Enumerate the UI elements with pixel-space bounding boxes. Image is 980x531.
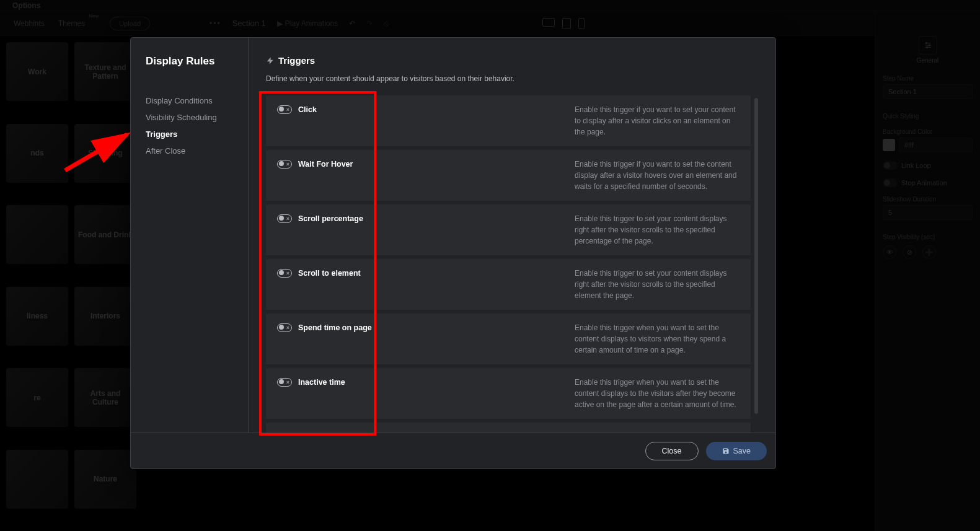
close-button[interactable]: Close — [645, 442, 699, 460]
trigger-row-scroll-to-element: × Scroll to element Enable this trigger … — [266, 259, 751, 310]
trigger-name: Wait For Hover — [298, 160, 353, 169]
scrollbar[interactable] — [754, 98, 758, 414]
triggers-heading-text: Triggers — [278, 55, 315, 66]
nav-triggers[interactable]: Triggers — [146, 126, 233, 143]
modal-title: Display Rules — [146, 55, 233, 68]
save-label: Save — [733, 447, 751, 455]
nav-after-close[interactable]: After Close — [146, 143, 233, 159]
trigger-desc: Enable this trigger if you want to set t… — [575, 159, 739, 192]
modal-overlay: Display Rules Display Conditions Visibil… — [0, 0, 980, 531]
modal-content: Triggers Define when your content should… — [249, 38, 775, 432]
toggle-spend-time-on-page[interactable]: × — [277, 323, 292, 332]
toggle-inactive-time[interactable]: × — [277, 378, 292, 387]
trigger-row-wait-for-hover: × Wait For Hover Enable this trigger if … — [266, 150, 751, 201]
modal-footer: Close Save — [131, 432, 775, 468]
nav-display-conditions[interactable]: Display Conditions — [146, 92, 233, 109]
trigger-desc: Enable this trigger when you want to set… — [575, 322, 739, 356]
toggle-scroll-to-element[interactable]: × — [277, 269, 292, 278]
trigger-desc: Enable this trigger to set your content … — [575, 213, 739, 247]
trigger-row-click: × Click Enable this trigger if you want … — [266, 95, 751, 146]
nav-visibility-scheduling[interactable]: Visibility Scheduling — [146, 109, 233, 126]
trigger-row-scroll-percentage: × Scroll percentage Enable this trigger … — [266, 204, 751, 255]
save-button[interactable]: Save — [706, 442, 767, 460]
trigger-row-spend-time-on-page: × Spend time on page Enable this trigger… — [266, 314, 751, 364]
trigger-name: Inactive time — [298, 378, 345, 387]
triggers-heading: Triggers — [266, 55, 758, 66]
trigger-name: Scroll percentage — [298, 214, 363, 223]
trigger-name: Click — [298, 105, 317, 114]
lightning-icon — [266, 56, 275, 66]
trigger-desc: Enable this trigger when you want to set… — [575, 377, 739, 410]
modal-sidebar: Display Rules Display Conditions Visibil… — [131, 38, 249, 432]
trigger-name: Spend time on page — [298, 323, 372, 332]
trigger-row-exit-intent: × Exit Intent Enable this trigger if you… — [266, 423, 751, 432]
trigger-list: × Click Enable this trigger if you want … — [266, 95, 758, 432]
toggle-click[interactable]: × — [277, 105, 292, 114]
save-icon — [722, 447, 730, 455]
trigger-desc: Enable this trigger if you want to displ… — [575, 431, 739, 432]
trigger-row-inactive-time: × Inactive time Enable this trigger when… — [266, 368, 751, 419]
toggle-scroll-percentage[interactable]: × — [277, 214, 292, 223]
toggle-wait-for-hover[interactable]: × — [277, 160, 292, 169]
trigger-desc: Enable this trigger to set your content … — [575, 268, 739, 301]
triggers-description: Define when your content should appear t… — [266, 74, 758, 83]
trigger-name: Scroll to element — [298, 269, 361, 278]
display-rules-modal: Display Rules Display Conditions Visibil… — [130, 37, 776, 469]
trigger-desc: Enable this trigger if you want to set y… — [575, 104, 739, 138]
